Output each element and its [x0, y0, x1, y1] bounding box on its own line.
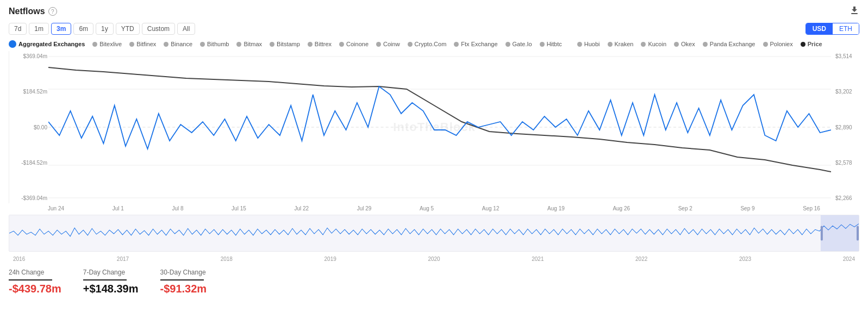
btn-usd[interactable]: USD — [806, 23, 833, 34]
legend-dot-bittrex — [308, 42, 313, 47]
stat-7d: 7-Day Change +$148.39m — [83, 269, 139, 295]
x-label-aug12: Aug 12 — [482, 205, 499, 211]
main-container: Netflows ? 7d 1m 3m 6m 1y YTD Custom All… — [0, 0, 868, 318]
legend-dot-aggregated — [9, 40, 16, 48]
x-label-jul22: Jul 22 — [294, 205, 309, 211]
legend-price[interactable]: Price — [801, 41, 822, 47]
legend-dot-bitexlive — [92, 42, 97, 47]
btn-all[interactable]: All — [177, 23, 195, 35]
legend-label-coinone: Coinone — [346, 41, 369, 47]
legend-label-bitfinex: Bitfinex — [136, 41, 156, 47]
mini-x-2024: 2024 — [843, 256, 855, 262]
legend-kucoin[interactable]: Kucoin — [641, 41, 666, 47]
x-label-sep2: Sep 2 — [678, 205, 692, 211]
y-label-2: $184.52m — [9, 89, 47, 95]
legend-label-bittrex: Bittrex — [315, 41, 332, 47]
legend-dot-price — [801, 42, 805, 47]
legend-dot-binance — [164, 42, 168, 47]
legend-label-bitmax: Bitmax — [243, 41, 262, 47]
x-axis: Jun 24 Jul 1 Jul 8 Jul 15 Jul 22 Jul 29 … — [9, 204, 859, 213]
legend-bittrex[interactable]: Bittrex — [308, 41, 332, 47]
legend-label-kucoin: Kucoin — [648, 41, 666, 47]
legend-coinw[interactable]: Coinw — [376, 41, 400, 47]
mini-x-2022: 2022 — [635, 256, 647, 262]
legend-hitbtc[interactable]: Hitbtc — [540, 41, 562, 47]
legend-gateio[interactable]: Gate.Io — [505, 41, 532, 47]
svg-rect-0 — [851, 13, 858, 14]
legend-huobi[interactable]: Huobi — [577, 41, 600, 47]
y-axis-left: $369.04m $184.52m $0.00 -$184.52m -$369.… — [9, 51, 47, 203]
stat-30d: 30-Day Change -$91.32m — [160, 269, 207, 295]
mini-x-2018: 2018 — [221, 256, 233, 262]
legend-dot-panda — [703, 42, 708, 47]
legend-bitfinex[interactable]: Bitfinex — [129, 41, 156, 47]
mini-chart-area[interactable] — [9, 215, 859, 252]
stat-24h: 24h Change -$439.78m — [9, 269, 61, 295]
legend-coinone[interactable]: Coinone — [339, 41, 369, 47]
page-title: Netflows — [9, 7, 45, 16]
stats-row: 24h Change -$439.78m 7-Day Change +$148.… — [9, 264, 859, 295]
legend-dot-coinone — [339, 42, 344, 47]
x-label-jul8: Jul 8 — [172, 205, 183, 211]
legend-label-bitexlive: Bitexlive — [99, 41, 122, 47]
btn-custom[interactable]: Custom — [142, 23, 175, 35]
y-right-label-2: $3,202 — [835, 89, 859, 95]
btn-6m[interactable]: 6m — [73, 23, 93, 35]
legend-dot-kucoin — [641, 42, 646, 47]
chart-svg-wrapper — [48, 51, 831, 203]
legend-bitstamp[interactable]: Bitstamp — [270, 41, 300, 47]
legend-kraken[interactable]: Kraken — [608, 41, 634, 47]
help-icon[interactable]: ? — [48, 7, 57, 16]
legend-bithumb[interactable]: Bithumb — [200, 41, 229, 47]
legend-dot-bitfinex — [129, 42, 134, 47]
x-label-jul1: Jul 1 — [113, 205, 124, 211]
btn-eth[interactable]: ETH — [833, 23, 859, 34]
btn-ytd[interactable]: YTD — [116, 23, 140, 35]
stat-30d-label: 30-Day Change — [160, 269, 207, 276]
y-axis-right: $3,514 $3,202 $2,890 $2,578 $2,266 — [833, 51, 859, 203]
btn-7d[interactable]: 7d — [9, 23, 27, 35]
legend-label-cryptocom: Crypto.Com — [415, 41, 447, 47]
download-icon[interactable] — [850, 5, 859, 17]
x-label-aug5: Aug 5 — [420, 205, 434, 211]
legend-dot-huobi — [577, 42, 582, 47]
legend-bitexlive[interactable]: Bitexlive — [92, 41, 122, 47]
svg-rect-8 — [821, 226, 823, 240]
x-label-jul15: Jul 15 — [232, 205, 246, 211]
stat-24h-label: 24h Change — [9, 269, 61, 276]
legend-label-bitstamp: Bitstamp — [277, 41, 300, 47]
legend-binance[interactable]: Binance — [164, 41, 192, 47]
stat-7d-label: 7-Day Change — [83, 269, 139, 276]
btn-3m[interactable]: 3m — [51, 23, 71, 35]
stat-30d-divider — [160, 279, 204, 280]
legend-label-okex: Okex — [681, 41, 695, 47]
legend-bitmax[interactable]: Bitmax — [236, 41, 262, 47]
legend-dot-ftx — [454, 42, 459, 47]
stat-24h-divider — [9, 279, 52, 280]
stat-24h-value: -$439.78m — [9, 283, 61, 295]
legend-okex[interactable]: Okex — [674, 41, 695, 47]
legend-label-gateio: Gate.Io — [513, 41, 532, 47]
legend-label-bithumb: Bithumb — [207, 41, 229, 47]
legend-panda[interactable]: Panda Exchange — [703, 41, 755, 47]
svg-rect-9 — [857, 226, 859, 240]
x-label-sep9: Sep 9 — [740, 205, 754, 211]
time-buttons: 7d 1m 3m 6m 1y YTD Custom All — [9, 23, 195, 35]
mini-x-2020: 2020 — [428, 256, 440, 262]
legend-cryptocom[interactable]: Crypto.Com — [408, 41, 447, 47]
btn-1m[interactable]: 1m — [29, 23, 49, 35]
legend-dot-coinw — [376, 42, 381, 47]
x-label-sep16: Sep 16 — [803, 205, 820, 211]
legend-label-poloniex: Poloniex — [770, 41, 793, 47]
mini-x-labels: 2016 2017 2018 2019 2020 2021 2022 2023 … — [9, 256, 859, 262]
controls-bar: 7d 1m 3m 6m 1y YTD Custom All USD ETH — [9, 23, 859, 35]
legend-dot-hitbtc — [540, 42, 545, 47]
legend-ftx[interactable]: Ftx Exchange — [454, 41, 497, 47]
legend-label-hitbtc: Hitbtc — [547, 41, 562, 47]
y-label-5: -$369.04m — [9, 195, 47, 201]
btn-1y[interactable]: 1y — [96, 23, 114, 35]
x-label-jun24: Jun 24 — [48, 205, 64, 211]
legend-aggregated[interactable]: Aggregated Exchanges — [9, 40, 85, 48]
legend-poloniex[interactable]: Poloniex — [763, 41, 793, 47]
mini-x-2023: 2023 — [739, 256, 751, 262]
